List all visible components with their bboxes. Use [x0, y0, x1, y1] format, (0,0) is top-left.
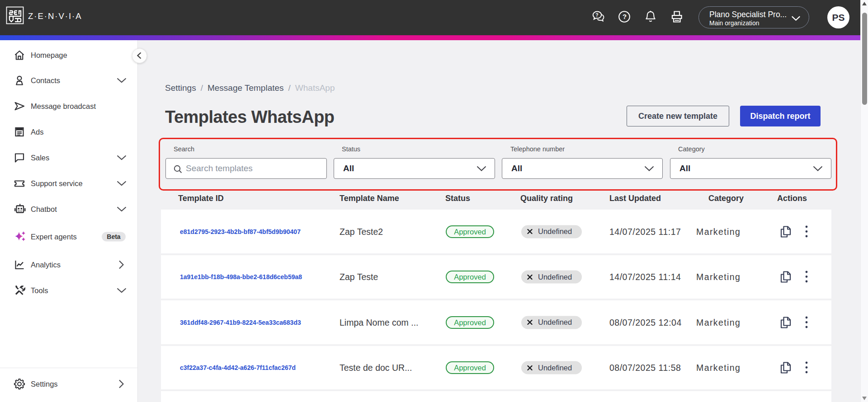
- svg-text:?: ?: [623, 13, 627, 20]
- svg-text:?: ?: [595, 12, 598, 18]
